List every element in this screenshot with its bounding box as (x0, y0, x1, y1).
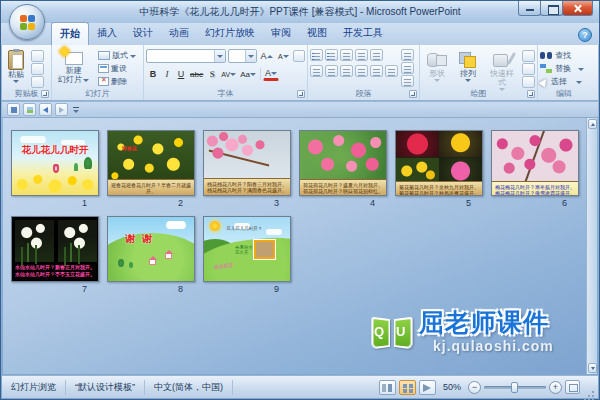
slide6-caption: 梅花梅花几时开？寒冬腊月对我开。梅花梅花几时开？傲雪凌霜花盛开。 (492, 181, 578, 195)
paste-icon (8, 50, 24, 70)
close-button[interactable] (562, 1, 593, 16)
status-language[interactable]: 中文(简体，中国) (145, 380, 233, 395)
justify-button[interactable] (355, 65, 368, 77)
slide-thumbnail-4[interactable]: 荷花荷花几时开？盛夏六月对我开。荷花荷花几时开？映日荷花别样红。 (299, 130, 387, 196)
minimize-button[interactable] (518, 1, 541, 16)
sun-graphic (210, 221, 220, 231)
font-name-combo[interactable] (146, 49, 226, 63)
numbering-button[interactable] (325, 49, 338, 61)
scroll-up-icon[interactable] (588, 119, 597, 129)
save-button[interactable] (7, 103, 20, 116)
slide-thumbnail-2[interactable]: 迎春花 迎春花迎春花几时开？早春二月就盛开。迎春花迎春花几时开？早春二月就盛开。 (107, 130, 195, 196)
shape-effects-button[interactable] (522, 76, 535, 88)
align-left-button[interactable] (310, 65, 323, 77)
tab-insert[interactable]: 插入 (89, 22, 125, 45)
window-title: 中班科学《花儿花儿几时开》PPT课件 [兼容模式] - Microsoft Po… (1, 1, 599, 23)
slide-thumbnail-9[interactable]: 花儿花儿几时开？ 春夏秋冬花常开 谢谢观赏 (203, 216, 291, 282)
tab-review[interactable]: 审阅 (263, 22, 299, 45)
slide-thumbnail-7[interactable]: 水仙水仙几时开？新春正月对我开。水仙水仙几时开？亭亭玉立花盛开。 (11, 216, 99, 282)
paragraph-dialog-launcher[interactable] (409, 90, 417, 98)
paste-button[interactable]: 粘贴 (4, 48, 28, 88)
grow-font-button[interactable]: A (259, 49, 274, 63)
font-size-combo[interactable] (228, 49, 257, 63)
find-button[interactable]: 查找 (540, 49, 588, 62)
decrease-indent-button[interactable] (340, 49, 353, 61)
undo-button[interactable] (39, 103, 52, 116)
help-icon[interactable]: ? (578, 28, 592, 42)
shrink-font-button[interactable]: A (276, 49, 290, 63)
slide-sorter-view-button[interactable] (399, 380, 416, 395)
zoom-in-button[interactable]: + (549, 381, 562, 394)
strikethrough-button[interactable]: abe (188, 67, 205, 81)
redo-button[interactable] (55, 103, 68, 116)
arrange-button[interactable]: 排列 (454, 48, 482, 84)
slideshow-view-button[interactable] (419, 380, 436, 395)
slide-thumbnail-3[interactable]: 桃花桃花几时开？阳春三月对我开。桃花桃花几时开？满园春色花盛开。 (203, 130, 291, 196)
tab-design[interactable]: 设计 (125, 22, 161, 45)
tab-home[interactable]: 开始 (51, 22, 89, 45)
paste-dropdown-icon (13, 80, 19, 83)
shape-fill-button[interactable] (522, 50, 535, 62)
columns-button[interactable] (385, 65, 398, 77)
maximize-button[interactable] (540, 1, 563, 16)
bold-button[interactable]: B (146, 67, 160, 81)
align-text-button[interactable] (401, 62, 414, 74)
layout-button[interactable]: 版式 (97, 49, 137, 62)
font-color-button[interactable]: A (263, 68, 279, 81)
format-painter-button[interactable] (31, 76, 44, 88)
customize-qat-button[interactable] (73, 107, 79, 113)
zoom-slider[interactable] (484, 386, 546, 389)
scroll-down-icon[interactable] (588, 363, 597, 373)
delete-slide-button[interactable]: 删除 (97, 75, 137, 88)
normal-view-button[interactable] (379, 380, 396, 395)
text-shadow-button[interactable]: S (205, 67, 219, 81)
tab-animations[interactable]: 动画 (161, 22, 197, 45)
tab-view[interactable]: 视图 (299, 22, 335, 45)
zoom-slider-thumb[interactable] (511, 382, 518, 393)
line-spacing-button[interactable] (370, 49, 383, 61)
slide-thumbnail-6[interactable]: 梅花梅花几时开？寒冬腊月对我开。梅花梅花几时开？傲雪凌霜花盛开。 (491, 130, 579, 196)
align-center-button[interactable] (325, 65, 338, 77)
slide-number: 8 (107, 284, 195, 294)
qat-picture-button[interactable] (23, 103, 36, 116)
cut-button[interactable] (31, 50, 44, 62)
drawing-dialog-launcher[interactable] (527, 90, 535, 98)
distribute-button[interactable] (370, 65, 383, 77)
italic-button[interactable]: I (160, 67, 174, 81)
increase-indent-button[interactable] (355, 49, 368, 61)
slide-thumbnail-5[interactable]: 菊花菊花几时开？金秋九月对我开。菊花菊花几时开？秋风送爽花盛开。 (395, 130, 483, 196)
shape-outline-button[interactable] (522, 63, 535, 75)
select-button[interactable]: 选择 (540, 75, 588, 88)
watermark-domain: kj.qulaoshi.com (433, 338, 554, 354)
clipboard-dialog-launcher[interactable] (41, 90, 49, 98)
reset-button[interactable]: 重设 (97, 62, 137, 75)
align-right-button[interactable] (340, 65, 353, 77)
zoom-level[interactable]: 50% (439, 382, 465, 392)
slide7-caption: 水仙水仙几时开？新春正月对我开。水仙水仙几时开？亭亭玉立花盛开。 (14, 264, 96, 278)
character-spacing-button[interactable]: AV (219, 67, 238, 81)
clear-formatting-button[interactable] (293, 50, 305, 62)
new-slide-button[interactable]: 新建 幻灯片 (54, 48, 93, 88)
fit-to-window-button[interactable] (565, 380, 580, 394)
window-controls (519, 1, 593, 16)
change-case-button[interactable]: Aa (238, 67, 258, 81)
office-button[interactable] (9, 4, 45, 40)
tab-developer[interactable]: 开发工具 (335, 22, 391, 45)
convert-smartart-button[interactable] (401, 75, 414, 87)
vertical-scrollbar[interactable] (586, 118, 597, 374)
slide-thumbnail-8[interactable]: 谢 谢 (107, 216, 195, 282)
copy-button[interactable] (31, 63, 44, 75)
text-direction-button[interactable] (401, 49, 414, 61)
font-dialog-launcher[interactable] (297, 90, 305, 98)
zoom-out-button[interactable]: − (468, 381, 481, 394)
tab-slideshow[interactable]: 幻灯片放映 (197, 22, 263, 45)
underline-button[interactable]: U (174, 67, 188, 81)
bullets-button[interactable] (310, 49, 323, 61)
slide-thumbnail-1[interactable]: 花儿花儿几时开 (11, 130, 99, 196)
slide-number: 2 (107, 198, 195, 208)
shapes-button[interactable]: 形状 (422, 48, 452, 84)
quick-styles-button[interactable]: 快速样式 (484, 48, 520, 93)
replace-button[interactable]: 替换 (540, 62, 588, 75)
resize-grip[interactable] (585, 379, 595, 395)
slide4-caption: 荷花荷花几时开？盛夏六月对我开。荷花荷花几时开？映日荷花别样红。 (300, 179, 386, 195)
